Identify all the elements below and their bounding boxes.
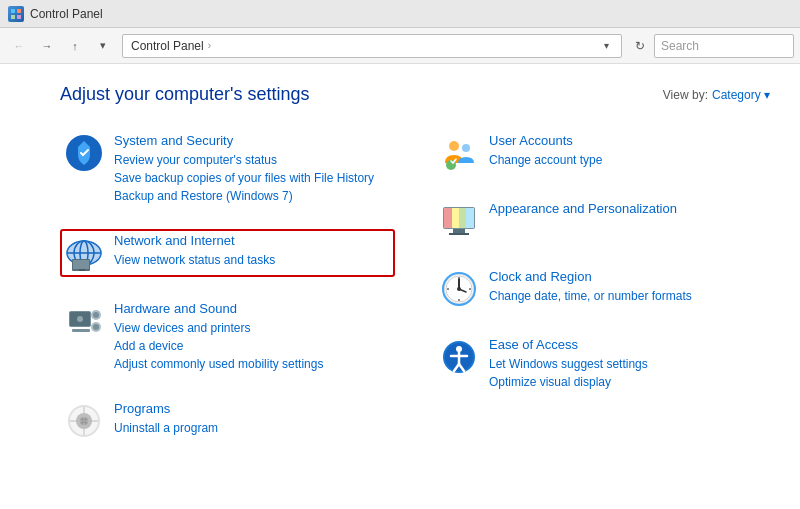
search-box[interactable]: Search xyxy=(654,34,794,58)
svg-point-45 xyxy=(457,287,461,291)
network-internet-text: Network and Internet View network status… xyxy=(114,233,391,269)
page-header: Adjust your computer's settings View by:… xyxy=(60,84,770,105)
svg-rect-36 xyxy=(459,208,466,228)
svg-rect-3 xyxy=(17,15,21,19)
main-content: Adjust your computer's settings View by:… xyxy=(0,64,800,509)
svg-rect-37 xyxy=(466,208,474,228)
title-bar: Control Panel xyxy=(0,0,800,28)
nav-bar: ← → ↑ ▾ Control Panel › ▾ ↻ Search xyxy=(0,28,800,64)
address-dropdown[interactable]: ▾ xyxy=(600,40,613,51)
network-internet-item: Network and Internet View network status… xyxy=(60,229,395,277)
svg-point-21 xyxy=(77,316,83,322)
address-chevron: › xyxy=(208,40,211,51)
ease-access-text: Ease of Access Let Windows suggest setti… xyxy=(489,337,766,391)
control-panel-icon xyxy=(8,6,24,22)
programs-text: Programs Uninstall a program xyxy=(114,401,391,437)
clock-region-title[interactable]: Clock and Region xyxy=(489,269,766,284)
hardware-sound-icon xyxy=(64,301,104,341)
network-internet-icon xyxy=(64,233,104,273)
svg-rect-34 xyxy=(444,208,452,228)
user-accounts-text: User Accounts Change account type xyxy=(489,133,766,169)
svg-rect-38 xyxy=(453,229,465,233)
svg-point-20 xyxy=(93,324,99,330)
programs-item: Programs Uninstall a program xyxy=(60,397,395,445)
svg-rect-39 xyxy=(449,233,469,235)
clock-region-link-1[interactable]: Change date, time, or number formats xyxy=(489,287,766,305)
hardware-sound-item: Hardware and Sound View devices and prin… xyxy=(60,297,395,377)
svg-rect-0 xyxy=(11,9,15,13)
programs-link-1[interactable]: Uninstall a program xyxy=(114,419,391,437)
forward-button[interactable]: → xyxy=(34,34,60,58)
appearance-title[interactable]: Appearance and Personalization xyxy=(489,201,766,216)
system-security-link-1[interactable]: Review your computer's status xyxy=(114,151,391,169)
user-accounts-title[interactable]: User Accounts xyxy=(489,133,766,148)
user-accounts-link-1[interactable]: Change account type xyxy=(489,151,766,169)
system-security-link-2[interactable]: Save backup copies of your files with Fi… xyxy=(114,169,391,187)
appearance-item: Appearance and Personalization xyxy=(435,197,770,245)
appearance-icon xyxy=(439,201,479,241)
system-security-item: System and Security Review your computer… xyxy=(60,129,395,209)
address-bar[interactable]: Control Panel › ▾ xyxy=(122,34,622,58)
programs-icon xyxy=(64,401,104,441)
up-button[interactable]: ↑ xyxy=(62,34,88,58)
ease-access-icon xyxy=(439,337,479,377)
system-security-title[interactable]: System and Security xyxy=(114,133,391,148)
view-by: View by: Category ▾ xyxy=(663,88,770,102)
svg-rect-35 xyxy=(452,208,459,228)
svg-rect-13 xyxy=(79,269,85,271)
ease-access-item: Ease of Access Let Windows suggest setti… xyxy=(435,333,770,395)
network-internet-link-1[interactable]: View network status and tasks xyxy=(114,251,391,269)
right-column: User Accounts Change account type xyxy=(435,129,770,465)
hardware-sound-link-3[interactable]: Adjust commonly used mobility settings xyxy=(114,355,391,373)
address-path: Control Panel xyxy=(131,39,204,53)
system-security-text: System and Security Review your computer… xyxy=(114,133,391,205)
svg-point-18 xyxy=(93,312,99,318)
svg-rect-1 xyxy=(17,9,21,13)
svg-point-30 xyxy=(462,144,470,152)
clock-region-text: Clock and Region Change date, time, or n… xyxy=(489,269,766,305)
ease-access-title[interactable]: Ease of Access xyxy=(489,337,766,352)
svg-rect-16 xyxy=(72,329,90,332)
hardware-sound-text: Hardware and Sound View devices and prin… xyxy=(114,301,391,373)
view-by-label: View by: xyxy=(663,88,708,102)
hardware-sound-title[interactable]: Hardware and Sound xyxy=(114,301,391,316)
appearance-text: Appearance and Personalization xyxy=(489,201,766,219)
user-accounts-item: User Accounts Change account type xyxy=(435,129,770,177)
refresh-button[interactable]: ↻ xyxy=(628,34,652,58)
svg-rect-2 xyxy=(11,15,15,19)
page-title: Adjust your computer's settings xyxy=(60,84,310,105)
recent-button[interactable]: ▾ xyxy=(90,34,116,58)
svg-point-29 xyxy=(449,141,459,151)
hardware-sound-link-1[interactable]: View devices and printers xyxy=(114,319,391,337)
user-accounts-icon xyxy=(439,133,479,173)
svg-rect-12 xyxy=(73,260,89,269)
network-internet-title[interactable]: Network and Internet xyxy=(114,233,391,248)
title-bar-text: Control Panel xyxy=(30,7,103,21)
clock-region-icon xyxy=(439,269,479,309)
system-security-link-3[interactable]: Backup and Restore (Windows 7) xyxy=(114,187,391,205)
clock-region-item: Clock and Region Change date, time, or n… xyxy=(435,265,770,313)
left-column: System and Security Review your computer… xyxy=(60,129,395,465)
hardware-sound-link-2[interactable]: Add a device xyxy=(114,337,391,355)
ease-access-link-2[interactable]: Optimize visual display xyxy=(489,373,766,391)
categories-wrapper: System and Security Review your computer… xyxy=(60,129,770,465)
programs-title[interactable]: Programs xyxy=(114,401,391,416)
ease-access-link-1[interactable]: Let Windows suggest settings xyxy=(489,355,766,373)
search-placeholder: Search xyxy=(661,39,699,53)
view-by-value[interactable]: Category ▾ xyxy=(712,88,770,102)
system-security-icon xyxy=(64,133,104,173)
back-button[interactable]: ← xyxy=(6,34,32,58)
